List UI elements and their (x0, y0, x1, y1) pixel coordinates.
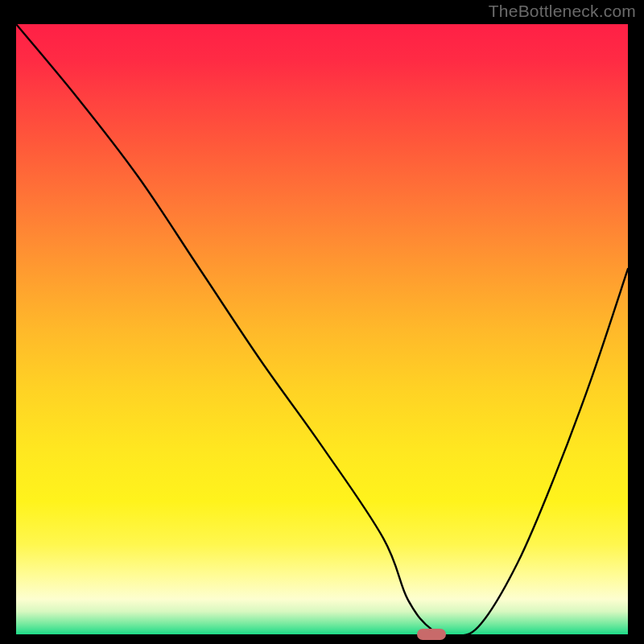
bottleneck-curve (16, 24, 628, 636)
x-axis-baseline (16, 634, 628, 636)
optimal-marker (417, 629, 446, 640)
watermark-label: TheBottleneck.com (489, 2, 636, 21)
curve-svg (16, 24, 628, 636)
plot-area (16, 24, 628, 636)
chart-frame: TheBottleneck.com (0, 0, 644, 644)
